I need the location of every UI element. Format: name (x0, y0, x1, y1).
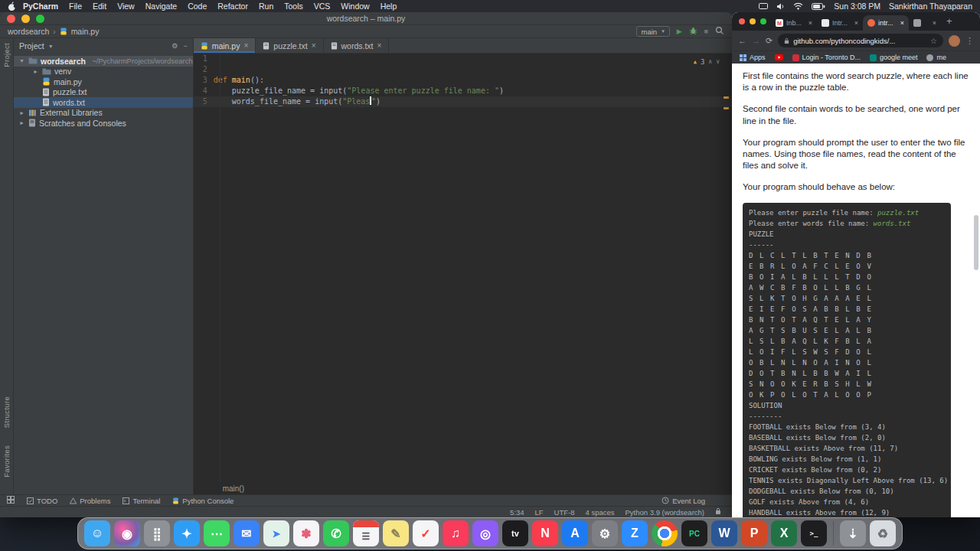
warning-stripe-mark[interactable] (724, 107, 729, 109)
dock-icon-terminal[interactable]: >_ (801, 520, 827, 546)
scrollbar-thumb[interactable] (974, 215, 978, 270)
new-tab-button[interactable]: + (946, 15, 952, 27)
caret-down-icon[interactable]: ▾ (47, 43, 54, 50)
tree-item-venv[interactable]: ▸ venv (14, 67, 193, 77)
menubar-menu-item[interactable]: Edit (87, 2, 112, 11)
prev-warning-icon[interactable]: ∧ (708, 57, 712, 67)
breadcrumb-function[interactable]: main() (223, 484, 244, 493)
browser-tab-4[interactable]: × (909, 15, 941, 31)
tool-button-python-console[interactable]: Python Console (172, 497, 234, 505)
pycharm-titlebar[interactable]: wordsearch – main.py (0, 12, 732, 25)
file-encoding[interactable]: UTF-8 (554, 508, 575, 517)
dock-icon-reminders[interactable]: ✓ (413, 520, 439, 546)
lock-icon[interactable] (715, 507, 721, 517)
run-configuration-selector[interactable]: main ▾ (636, 26, 670, 37)
gear-icon[interactable]: ⚙ (172, 42, 178, 50)
menubar-menu-item[interactable]: Code (182, 2, 212, 11)
minimize-window-button[interactable] (21, 15, 30, 23)
stop-button[interactable]: ■ (704, 28, 708, 35)
profile-avatar[interactable] (949, 35, 960, 47)
bookmark-apps[interactable]: Apps (740, 54, 766, 61)
caret-right-icon[interactable]: ▸ (18, 109, 25, 116)
inspections-widget[interactable]: ▲ 3 ∧ ∨ (694, 57, 720, 67)
close-tab-icon[interactable]: × (854, 19, 858, 27)
breadcrumb-project[interactable]: wordsearch (8, 27, 49, 36)
tree-item-main-py[interactable]: main.py (14, 77, 193, 87)
tree-item-wordsearch-root[interactable]: ▾ wordsearch ~/PycharmProjects/wordsearc… (14, 56, 193, 67)
dock-icon-excel[interactable]: X (771, 520, 797, 546)
caret-position[interactable]: 5:34 (510, 508, 524, 517)
fullscreen-window-button[interactable] (36, 15, 44, 23)
stripe-tab-project[interactable]: Project (2, 43, 11, 67)
dock-icon-app-store[interactable]: A (562, 520, 588, 546)
reload-button[interactable]: ⟳ (766, 36, 773, 46)
python-interpreter[interactable]: Python 3.9 (wordsearch) (626, 508, 705, 517)
dock-icon-launchpad[interactable]: ⣿ (144, 520, 170, 546)
back-button[interactable]: ← (738, 36, 746, 45)
menubar-menu-item[interactable]: File (64, 2, 87, 11)
dock-icon-word[interactable]: W (711, 520, 737, 546)
dock-icon-pycharm[interactable]: PC (681, 520, 707, 546)
dock-icon-tv[interactable]: tv (502, 520, 528, 546)
apple-menu-icon[interactable] (8, 2, 16, 11)
menubar-menu-item[interactable]: Navigate (140, 2, 182, 11)
next-warning-icon[interactable]: ∨ (716, 57, 720, 67)
warning-stripe-mark[interactable] (724, 96, 729, 99)
close-tab-icon[interactable]: × (243, 41, 248, 50)
line-separator[interactable]: LF (534, 508, 543, 517)
menubar-menu-item[interactable]: Run (253, 2, 279, 11)
dock-icon-mail[interactable]: ✉ (234, 520, 260, 546)
menubar-menu-item[interactable]: View (112, 2, 140, 11)
menubar-menu-item[interactable]: Window (335, 2, 374, 11)
close-window-button[interactable] (7, 15, 15, 23)
dock-icon-powerpoint[interactable]: P (741, 520, 767, 546)
browser-tab-2[interactable]: Intr... × (817, 15, 863, 31)
dock-icon-news[interactable]: N (532, 520, 558, 546)
dock-icon-music[interactable]: ♫ (443, 520, 469, 546)
search-everywhere-button[interactable] (715, 26, 724, 37)
dock-icon-downloads[interactable]: ⇣ (840, 520, 866, 546)
bookmark-google-meet[interactable]: google meet (870, 54, 918, 61)
stripe-tab-favorites[interactable]: Favorites (2, 445, 11, 478)
bookmark-login-toronto[interactable]: Login - Toronto D... (792, 54, 861, 61)
address-bar[interactable]: github.com/pythoncodingkids/... ☆ (778, 34, 943, 47)
caret-down-icon[interactable]: ▾ (18, 57, 25, 64)
editor-tab-puzzle-txt[interactable]: puzzle.txt × (256, 38, 323, 53)
breadcrumb-file[interactable]: main.py (71, 27, 100, 36)
code-editor[interactable]: 1 2 3def main(): 4 puzzle_file_name = in… (194, 54, 732, 482)
dock-icon-maps[interactable]: ➤ (263, 520, 289, 546)
close-tab-icon[interactable]: × (808, 19, 812, 27)
dock-icon-facetime[interactable]: ✆ (323, 520, 349, 546)
dock-icon-settings[interactable]: ⚙ (592, 520, 618, 546)
minimize-window-button[interactable] (750, 18, 756, 24)
tool-button-terminal[interactable]: Terminal (122, 497, 160, 505)
dock-icon-messages[interactable]: ⋯ (204, 520, 230, 546)
tree-item-scratches[interactable]: ▸ Scratches and Consoles (14, 118, 193, 129)
dock-icon-chrome[interactable] (652, 520, 678, 546)
editor-breadcrumbs[interactable]: main() (194, 482, 732, 494)
tool-window-switcher-icon[interactable] (7, 496, 15, 505)
debug-button[interactable] (689, 27, 697, 37)
forward-button[interactable]: → (752, 36, 760, 45)
menubar-menu-item[interactable]: VCS (309, 2, 336, 11)
run-button[interactable]: ▶ (677, 28, 682, 35)
bookmark-me[interactable]: me (926, 54, 946, 61)
dock-icon-finder[interactable]: ☺ (84, 520, 110, 546)
project-panel-title[interactable]: Project (19, 41, 44, 51)
tree-item-external-libraries[interactable]: ▸ External Libraries (14, 108, 193, 119)
tree-item-words-txt[interactable]: words.txt (14, 97, 193, 108)
menubar-menu-item[interactable]: Refactor (212, 2, 253, 11)
hide-panel-icon[interactable]: − (183, 42, 187, 50)
dock-icon-photos[interactable]: ✽ (293, 520, 319, 546)
dock-icon-siri[interactable]: ◉ (114, 520, 140, 546)
stripe-tab-structure[interactable]: Structure (2, 396, 11, 428)
page-content[interactable]: First file contains the word search puzz… (732, 64, 980, 517)
caret-right-icon[interactable]: ▸ (32, 68, 39, 75)
editor-tab-words-txt[interactable]: words.txt × (324, 38, 390, 53)
dock-icon-trash[interactable]: ♻ (870, 520, 896, 546)
event-log-button[interactable]: Event Log (662, 497, 705, 505)
close-tab-icon[interactable]: × (900, 19, 904, 27)
dock-icon-podcasts[interactable]: ◎ (472, 520, 498, 546)
browser-tab-inbox[interactable]: M Inb... × (771, 15, 817, 31)
fullscreen-window-button[interactable] (760, 18, 766, 24)
